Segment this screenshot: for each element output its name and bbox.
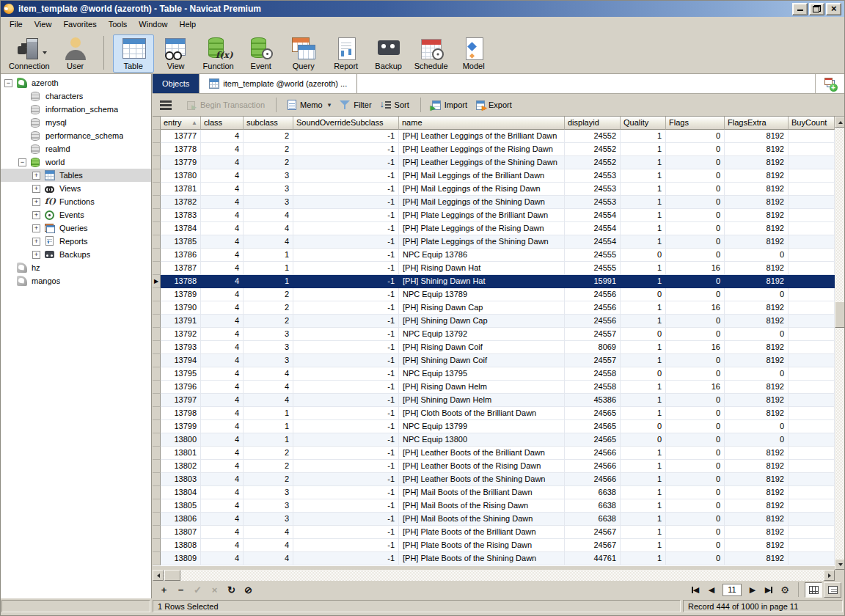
cell-soundoverridesubclass[interactable]: -1 <box>293 169 399 183</box>
cell-name[interactable]: [PH] Leather Boots of the Shining Dawn <box>399 473 565 486</box>
cell-flags[interactable]: 0 <box>666 447 725 460</box>
cell-quality[interactable]: 1 <box>621 499 666 513</box>
cell-buycount[interactable] <box>789 196 835 209</box>
table-row[interactable]: 1380342-1[PH] Leather Boots of the Shini… <box>153 473 835 486</box>
cell-entry[interactable]: 13806 <box>161 513 201 526</box>
cell-quality[interactable]: 1 <box>621 394 666 407</box>
cell-buycount[interactable] <box>789 249 835 262</box>
cell-quality[interactable]: 1 <box>621 552 666 565</box>
cell-name[interactable]: [PH] Rising Dawn Coif <box>399 341 565 354</box>
column-header-displayid[interactable]: displayid <box>565 117 621 130</box>
cell-buycount[interactable] <box>789 354 835 367</box>
cell-subclass[interactable]: 2 <box>244 460 293 473</box>
cell-flags[interactable]: 0 <box>666 473 725 486</box>
cell-entry[interactable]: 13803 <box>161 473 201 486</box>
cell-subclass[interactable]: 2 <box>244 473 293 486</box>
table-button[interactable]: Table <box>113 34 154 73</box>
cell-entry[interactable]: 13779 <box>161 156 201 169</box>
cell-displayid[interactable]: 24555 <box>565 249 621 262</box>
cell-buycount[interactable] <box>789 552 835 565</box>
row-selector-gutter[interactable] <box>153 249 161 262</box>
cell-flagsextra[interactable]: 8192 <box>725 447 789 460</box>
table-row[interactable]: 1377842-1[PH] Leather Leggings of the Ri… <box>153 143 835 156</box>
cell-flags[interactable]: 0 <box>666 460 725 473</box>
cell-buycount[interactable] <box>789 460 835 473</box>
cell-quality[interactable]: 1 <box>621 539 666 552</box>
cell-buycount[interactable] <box>789 275 835 288</box>
cell-soundoverridesubclass[interactable]: -1 <box>293 539 399 552</box>
cell-subclass[interactable]: 1 <box>244 407 293 420</box>
cell-subclass[interactable]: 4 <box>244 539 293 552</box>
cell-flags[interactable]: 16 <box>666 341 725 354</box>
cell-buycount[interactable] <box>789 315 835 328</box>
tab-item-template[interactable]: item_template @world (azeroth) ... <box>200 74 357 93</box>
cell-class[interactable]: 4 <box>201 473 244 486</box>
cell-quality[interactable]: 1 <box>621 407 666 420</box>
cell-class[interactable]: 4 <box>201 354 244 367</box>
cell-subclass[interactable]: 1 <box>244 249 293 262</box>
cell-flagsextra[interactable]: 8192 <box>725 460 789 473</box>
column-header-entry[interactable]: entry▲ <box>161 117 201 130</box>
cell-displayid[interactable]: 6638 <box>565 486 621 499</box>
cell-quality[interactable]: 1 <box>621 183 666 196</box>
cell-name[interactable]: [PH] Shining Dawn Helm <box>399 394 565 407</box>
cell-displayid[interactable]: 24552 <box>565 130 621 143</box>
cell-flags[interactable]: 0 <box>666 513 725 526</box>
table-row[interactable]: 1378444-1[PH] Plate Leggings of the Risi… <box>153 222 835 235</box>
cell-displayid[interactable]: 24567 <box>565 526 621 539</box>
cell-subclass[interactable]: 4 <box>244 381 293 394</box>
cell-name[interactable]: [PH] Mail Boots of the Shining Dawn <box>399 513 565 526</box>
cell-entry[interactable]: 13778 <box>161 143 201 156</box>
cell-flagsextra[interactable]: 8192 <box>725 315 789 328</box>
cell-displayid[interactable]: 24554 <box>565 209 621 222</box>
cell-name[interactable]: [PH] Plate Boots of the Shining Dawn <box>399 552 565 565</box>
previous-page-button[interactable]: ◀ <box>704 582 719 597</box>
cell-buycount[interactable] <box>789 367 835 381</box>
cell-entry[interactable]: 13804 <box>161 486 201 499</box>
row-selector-gutter[interactable] <box>153 235 161 249</box>
collapse-minus-icon[interactable]: − <box>4 79 12 87</box>
cell-name[interactable]: [PH] Shining Dawn Cap <box>399 315 565 328</box>
cell-subclass[interactable]: 3 <box>244 499 293 513</box>
cell-buycount[interactable] <box>789 301 835 315</box>
cell-displayid[interactable]: 45386 <box>565 394 621 407</box>
cell-name[interactable]: [PH] Mail Leggings of the Brilliant Dawn <box>399 169 565 183</box>
row-selector-gutter[interactable] <box>153 486 161 499</box>
row-selector-gutter[interactable] <box>153 341 161 354</box>
cell-class[interactable]: 4 <box>201 407 244 420</box>
cell-entry[interactable]: 13780 <box>161 169 201 183</box>
sidebar-item-mysql[interactable]: mysql <box>1 116 151 129</box>
cell-class[interactable]: 4 <box>201 183 244 196</box>
row-selector-gutter[interactable] <box>153 539 161 552</box>
cell-displayid[interactable]: 24553 <box>565 196 621 209</box>
cell-name[interactable]: NPC Equip 13789 <box>399 288 565 301</box>
table-row[interactable]: 1378243-1[PH] Mail Leggings of the Shini… <box>153 196 835 209</box>
cell-flagsextra[interactable]: 0 <box>725 328 789 341</box>
memo-button[interactable]: Memo ▾ <box>283 98 335 112</box>
cell-flags[interactable]: 0 <box>666 196 725 209</box>
cell-class[interactable]: 4 <box>201 381 244 394</box>
expand-plus-icon[interactable]: + <box>32 172 40 180</box>
cell-class[interactable]: 4 <box>201 499 244 513</box>
cell-flags[interactable]: 0 <box>666 526 725 539</box>
cell-quality[interactable]: 1 <box>621 235 666 249</box>
cell-displayid[interactable]: 24557 <box>565 328 621 341</box>
expand-plus-icon[interactable]: + <box>32 251 40 259</box>
function-button[interactable]: Function <box>198 34 239 73</box>
cell-entry[interactable]: 13788 <box>161 275 201 288</box>
cell-name[interactable]: [PH] Plate Boots of the Rising Dawn <box>399 539 565 552</box>
cell-name[interactable]: NPC Equip 13800 <box>399 433 565 447</box>
cell-subclass[interactable]: 3 <box>244 328 293 341</box>
cell-flags[interactable]: 16 <box>666 381 725 394</box>
refresh-button[interactable]: ↻ <box>223 582 240 597</box>
cell-class[interactable]: 4 <box>201 447 244 460</box>
cell-entry[interactable]: 13796 <box>161 381 201 394</box>
cell-soundoverridesubclass[interactable]: -1 <box>293 433 399 447</box>
filter-button[interactable]: Filter <box>335 98 376 112</box>
cell-subclass[interactable]: 2 <box>244 156 293 169</box>
cell-flags[interactable]: 0 <box>666 552 725 565</box>
cell-name[interactable]: [PH] Leather Boots of the Brilliant Dawn <box>399 447 565 460</box>
cell-class[interactable]: 4 <box>201 235 244 249</box>
column-header-flags[interactable]: Flags <box>666 117 725 130</box>
cell-subclass[interactable]: 3 <box>244 183 293 196</box>
